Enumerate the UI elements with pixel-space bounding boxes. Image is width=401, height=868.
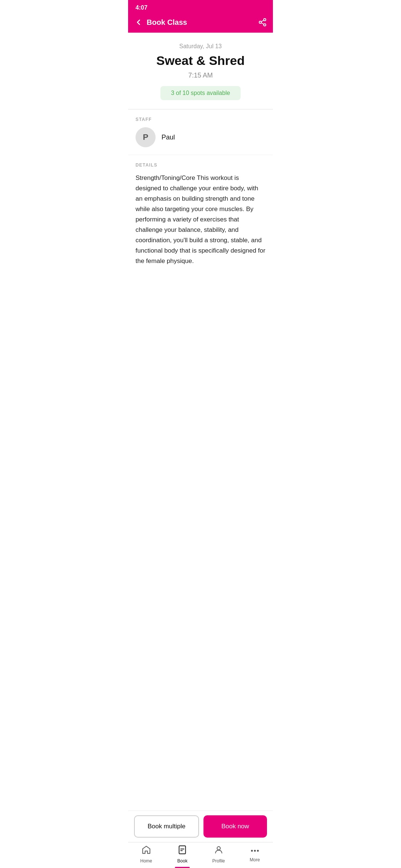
staff-row: P Paul bbox=[136, 127, 265, 155]
staff-section-label: STAFF bbox=[136, 117, 265, 122]
status-bar: 4:07 bbox=[128, 0, 273, 14]
details-section-label: DETAILS bbox=[136, 162, 265, 168]
details-text: Strength/Toning/Core This workout is des… bbox=[136, 173, 265, 275]
staff-name: Paul bbox=[162, 134, 175, 141]
svg-line-4 bbox=[261, 20, 264, 22]
staff-section: STAFF P Paul bbox=[128, 109, 273, 155]
back-button[interactable] bbox=[134, 18, 143, 27]
share-button[interactable] bbox=[258, 18, 267, 27]
class-time: 7:15 AM bbox=[136, 72, 265, 79]
class-name: Sweat & Shred bbox=[136, 53, 265, 68]
header-left: Book Class bbox=[134, 18, 187, 27]
svg-line-3 bbox=[261, 23, 264, 24]
header-title: Book Class bbox=[147, 18, 187, 27]
staff-avatar: P bbox=[136, 127, 156, 147]
main-content: Saturday, Jul 13 Sweat & Shred 7:15 AM 3… bbox=[128, 33, 273, 335]
class-info-section: Saturday, Jul 13 Sweat & Shred 7:15 AM 3… bbox=[128, 33, 273, 109]
spots-badge: 3 of 10 spots available bbox=[160, 86, 240, 100]
details-section: DETAILS Strength/Toning/Core This workou… bbox=[128, 155, 273, 275]
header: Book Class bbox=[128, 14, 273, 33]
status-time: 4:07 bbox=[136, 4, 147, 11]
class-date: Saturday, Jul 13 bbox=[136, 43, 265, 50]
